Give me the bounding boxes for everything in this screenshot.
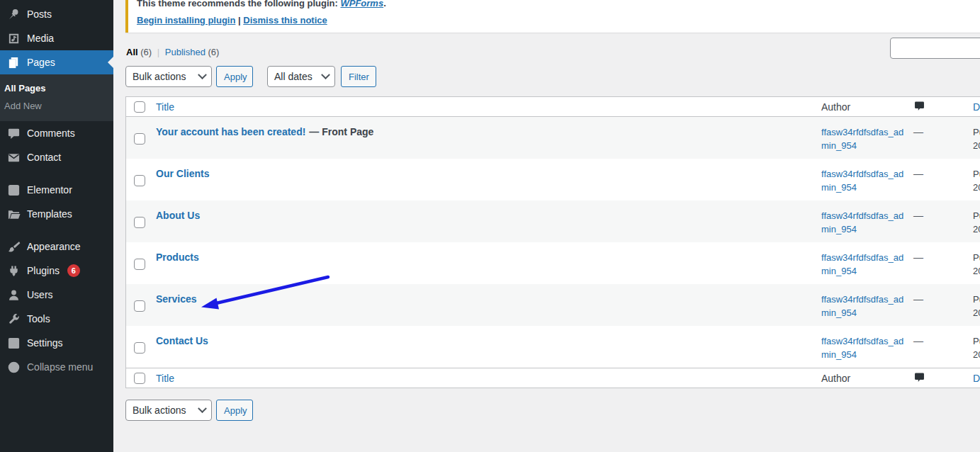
menu-separator — [0, 169, 113, 178]
plug-icon — [7, 264, 21, 278]
row-checkbox[interactable] — [134, 259, 145, 270]
author-link[interactable]: ffasw34rfdfsdfas_admin_954 — [821, 209, 906, 236]
notice-actions: Begin installing plugin | Dismiss this n… — [137, 15, 971, 26]
row-checkbox[interactable] — [134, 217, 145, 228]
pin-icon — [7, 8, 21, 21]
sidebar-item-users[interactable]: Users — [0, 283, 113, 307]
sidebar-item-label: Settings — [27, 337, 63, 349]
pages-list-table: Title Author Da Your account has been cr… — [125, 96, 980, 388]
apply-button-bottom[interactable]: Apply — [216, 400, 253, 421]
row-checkbox[interactable] — [134, 175, 145, 186]
view-separator: | — [157, 47, 159, 57]
author-link[interactable]: ffasw34rfdfsdfas_admin_954 — [821, 251, 906, 278]
author-header: Author — [821, 101, 850, 113]
view-published-link[interactable]: Published — [165, 47, 205, 57]
search-input[interactable] — [890, 38, 980, 59]
table-body: Your account has been created!— Front Pa… — [126, 117, 980, 368]
sidebar-item-elementor[interactable]: Elementor — [0, 178, 113, 202]
sidebar-item-label: Comments — [27, 128, 75, 139]
collapse-menu-button[interactable]: Collapse menu — [0, 355, 113, 379]
sidebar-item-plugins[interactable]: Plugins 6 — [0, 259, 113, 283]
bulk-actions-select[interactable]: Bulk actions — [125, 66, 212, 87]
bulk-actions-value: Bulk actions — [133, 405, 186, 416]
tablenav-bottom: Bulk actions Apply — [125, 400, 980, 421]
sidebar-item-settings[interactable]: Settings — [0, 331, 113, 355]
view-all-count: (6) — [140, 47, 152, 57]
begin-installing-plugin-link[interactable]: Begin installing plugin — [137, 15, 235, 26]
notice-text: This theme recommends the following plug… — [137, 0, 340, 9]
author-link[interactable]: ffasw34rfdfsdfas_admin_954 — [821, 293, 906, 320]
pages-submenu: All Pages Add New — [0, 74, 113, 121]
envelope-icon — [7, 151, 21, 164]
table-row: Contact Us ffasw34rfdfsdfas_admin_954 — … — [126, 326, 980, 368]
sidebar-item-label: Contact — [27, 152, 61, 163]
sidebar-item-tools[interactable]: Tools — [0, 307, 113, 331]
notice-text-suffix: . — [383, 0, 386, 9]
dates-filter-select[interactable]: All dates — [267, 66, 335, 87]
page-title-link[interactable]: Contact Us — [156, 335, 208, 346]
table-row: About Us ffasw34rfdfsdfas_admin_954 — Pu… — [126, 200, 980, 242]
sidebar-item-label: Pages — [27, 57, 55, 68]
notice-message: This theme recommends the following plug… — [137, 0, 971, 9]
date-cell: Pu20 — [973, 200, 980, 242]
view-filter-links: All (6) | Published (6) — [126, 47, 980, 57]
chevron-down-icon — [198, 404, 207, 413]
dates-filter-value: All dates — [274, 71, 312, 82]
sidebar-item-label: Plugins — [27, 265, 60, 276]
user-icon — [7, 288, 21, 302]
page-title-link[interactable]: About Us — [156, 210, 200, 221]
page-title-link[interactable]: Our Clients — [156, 168, 209, 179]
date-cell: Pu20 — [973, 284, 980, 326]
publish-status: Pu — [973, 251, 980, 264]
author-link[interactable]: ffasw34rfdfsdfas_admin_954 — [821, 125, 906, 152]
collapse-menu-label: Collapse menu — [27, 361, 93, 373]
sort-date-footer[interactable]: Da — [973, 373, 980, 384]
apply-button[interactable]: Apply — [216, 66, 253, 87]
sidebar-item-templates[interactable]: Templates — [0, 202, 113, 226]
select-all-checkbox[interactable] — [134, 101, 145, 113]
filter-button[interactable]: Filter — [341, 66, 376, 87]
sidebar-item-pages[interactable]: Pages — [0, 50, 113, 74]
media-icon — [7, 32, 21, 45]
author-link[interactable]: ffasw34rfdfsdfas_admin_954 — [821, 334, 906, 361]
dismiss-notice-link[interactable]: Dismiss this notice — [243, 15, 327, 26]
row-checkbox[interactable] — [134, 300, 145, 312]
row-checkbox[interactable] — [134, 133, 145, 145]
sidebar-item-add-new[interactable]: Add New — [0, 97, 113, 115]
sort-title-footer[interactable]: Title — [156, 373, 174, 384]
bulk-actions-select-bottom[interactable]: Bulk actions — [125, 400, 212, 421]
sort-title-header[interactable]: Title — [156, 101, 174, 113]
date-cell: Pu20 — [973, 159, 980, 200]
page-title-link[interactable]: Services — [156, 293, 197, 305]
publish-status: Pu — [973, 125, 980, 139]
chevron-down-icon — [321, 70, 330, 79]
author-footer: Author — [821, 373, 850, 384]
wpforms-link[interactable]: WPForms — [340, 0, 383, 9]
comment-count: — — [913, 293, 923, 305]
post-state: — Front Page — [309, 126, 373, 137]
author-link[interactable]: ffasw34rfdfsdfas_admin_954 — [821, 167, 906, 194]
sidebar-item-comments[interactable]: Comments — [0, 121, 113, 145]
sidebar-item-contact[interactable]: Contact — [0, 145, 113, 169]
sidebar-item-all-pages[interactable]: All Pages — [0, 79, 113, 97]
tablenav-top: Bulk actions Apply All dates Filter — [125, 66, 980, 87]
page-title-link[interactable]: Your account has been created! — [156, 126, 305, 137]
sidebar-item-label: Elementor — [27, 184, 72, 196]
sidebar-item-appearance[interactable]: Appearance — [0, 235, 113, 259]
publish-status: Pu — [973, 293, 980, 306]
main-content: This theme recommends the following plug… — [113, 0, 980, 445]
comment-count: — — [913, 126, 923, 137]
row-checkbox[interactable] — [134, 342, 145, 354]
table-row: Our Clients ffasw34rfdfsdfas_admin_954 —… — [126, 159, 980, 200]
page-title-link[interactable]: Products — [156, 252, 199, 263]
sort-date-header[interactable]: Da — [973, 101, 980, 113]
brush-icon — [7, 240, 21, 254]
chevron-down-icon — [198, 70, 207, 79]
date-cell: Pu20 — [973, 326, 980, 368]
select-all-checkbox[interactable] — [134, 373, 145, 384]
table-row-services: Services ffasw34rfdfsdfas_admin_954 — Pu… — [126, 284, 980, 326]
publish-date: 20 — [973, 264, 980, 278]
view-all-link[interactable]: All — [126, 47, 138, 57]
sidebar-item-posts[interactable]: Posts — [0, 2, 113, 26]
sidebar-item-media[interactable]: Media — [0, 26, 113, 50]
